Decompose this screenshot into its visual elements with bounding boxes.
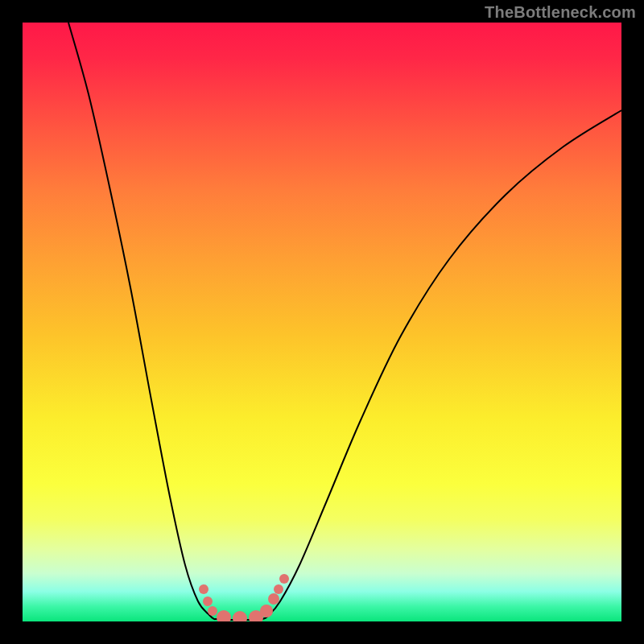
marker-dot [279, 574, 289, 584]
bottleneck-curve [68, 23, 621, 620]
marker-dot [203, 597, 213, 606]
v-curve [68, 23, 621, 620]
marker-dot [199, 584, 208, 594]
curve-layer [23, 23, 621, 621]
highlight-markers [199, 574, 289, 621]
marker-dot [274, 584, 283, 594]
marker-dot [268, 593, 279, 605]
marker-dot [217, 610, 231, 621]
watermark-text: TheBottleneck.com [485, 3, 636, 22]
marker-dot [260, 605, 273, 617]
chart-frame: TheBottleneck.com [0, 0, 644, 644]
marker-dot [233, 611, 247, 621]
plot-area [23, 23, 621, 621]
marker-dot [208, 606, 217, 616]
